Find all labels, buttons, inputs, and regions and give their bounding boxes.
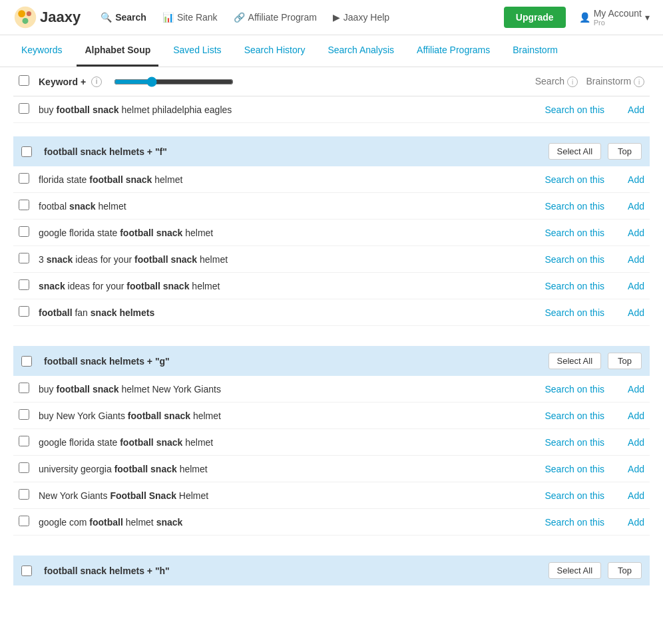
- search-link[interactable]: Search on this: [525, 517, 604, 528]
- search-link[interactable]: Search on this: [525, 384, 604, 395]
- keyword-text: footbal snack helmet: [39, 201, 525, 212]
- section-h-select-all[interactable]: Select All: [549, 562, 601, 579]
- top-row-search-link[interactable]: Search on this: [525, 104, 604, 115]
- add-link[interactable]: Add: [604, 174, 644, 185]
- search-link[interactable]: Search on this: [525, 464, 604, 474]
- header-checkbox[interactable]: [19, 75, 29, 86]
- search-column-header: Search i: [498, 76, 578, 88]
- top-keyword-text: buy football snack helmet philadelphia e…: [39, 104, 525, 115]
- search-link[interactable]: Search on this: [525, 307, 604, 318]
- keyword-label: Keyword +: [39, 77, 86, 87]
- search-link[interactable]: Search on this: [525, 201, 604, 212]
- play-icon: ▶: [333, 12, 340, 23]
- tab-search-analysis[interactable]: Search Analysis: [320, 35, 402, 67]
- search-label: Search: [535, 76, 564, 86]
- table-row: google com football helmet snack Search …: [13, 509, 650, 536]
- brainstorm-label: Brainstorm: [586, 76, 631, 86]
- brainstorm-column-header: Brainstorm i: [578, 76, 644, 88]
- row-checkbox[interactable]: [19, 253, 29, 263]
- row-checkbox[interactable]: [19, 409, 29, 420]
- top-row-add-link[interactable]: Add: [604, 104, 644, 115]
- search-link[interactable]: Search on this: [525, 437, 604, 448]
- nav-jaaxy-help[interactable]: ▶ Jaaxy Help: [333, 12, 389, 23]
- table-row: footbal snack helmet Search on this Add: [13, 193, 650, 220]
- row-checkbox[interactable]: [19, 103, 29, 114]
- chevron-down-icon: ▾: [645, 12, 650, 23]
- add-link[interactable]: Add: [604, 201, 644, 212]
- share-icon: 🔗: [234, 12, 245, 23]
- search-icon: 🔍: [101, 12, 112, 23]
- table-row: florida state football snack helmet Sear…: [13, 166, 650, 193]
- nav-site-rank[interactable]: 📊 Site Rank: [162, 12, 218, 23]
- keyword-text: football fan snack helmets: [39, 307, 525, 318]
- nav-site-rank-label: Site Rank: [177, 12, 218, 23]
- svg-point-3: [23, 18, 29, 24]
- section-g-select-all[interactable]: Select All: [549, 353, 601, 369]
- row-checkbox[interactable]: [19, 383, 29, 393]
- nav-help-label: Jaaxy Help: [343, 12, 389, 23]
- table-row: buy football snack helmet New York Giant…: [13, 376, 650, 402]
- search-link[interactable]: Search on this: [525, 410, 604, 421]
- add-link[interactable]: Add: [604, 490, 644, 501]
- tab-search-history[interactable]: Search History: [236, 35, 314, 67]
- search-link[interactable]: Search on this: [525, 281, 604, 291]
- section-f-top[interactable]: Top: [608, 143, 642, 160]
- logo-icon: [13, 5, 37, 29]
- section-f-select-all[interactable]: Select All: [549, 143, 601, 160]
- add-link[interactable]: Add: [604, 281, 644, 291]
- tab-affiliate-programs[interactable]: Affiliate Programs: [409, 35, 498, 67]
- section-g-checkbox[interactable]: [21, 356, 32, 367]
- search-link[interactable]: Search on this: [525, 174, 604, 185]
- keyword-text: google florida state football snack helm…: [39, 437, 525, 448]
- add-link[interactable]: Add: [604, 307, 644, 318]
- nav-affiliate-program[interactable]: 🔗 Affiliate Program: [234, 12, 317, 23]
- search-info-icon[interactable]: i: [567, 77, 578, 87]
- keyword-info-icon[interactable]: i: [91, 77, 102, 87]
- logo-text: Jaaxy: [40, 9, 81, 26]
- brainstorm-info-icon[interactable]: i: [634, 77, 644, 87]
- account-icon: 👤: [579, 12, 590, 23]
- svg-point-0: [15, 7, 36, 28]
- row-checkbox[interactable]: [19, 200, 29, 210]
- row-checkbox[interactable]: [19, 226, 29, 237]
- search-link[interactable]: Search on this: [525, 228, 604, 238]
- section-f-checkbox[interactable]: [21, 146, 32, 157]
- table-row: university georgia football snack helmet…: [13, 456, 650, 482]
- section-h-checkbox[interactable]: [21, 565, 32, 576]
- search-link[interactable]: Search on this: [525, 254, 604, 265]
- keyword-slider[interactable]: [114, 77, 234, 87]
- row-checkbox[interactable]: [19, 279, 29, 290]
- keyword-text: snack ideas for your football snack helm…: [39, 281, 525, 291]
- keyword-text: google florida state football snack helm…: [39, 228, 525, 238]
- row-checkbox[interactable]: [19, 436, 29, 446]
- section-g-header: football snack helmets + "g" Select All …: [13, 346, 650, 376]
- section-h-top[interactable]: Top: [608, 562, 642, 579]
- svg-point-1: [18, 10, 25, 17]
- row-checkbox[interactable]: [19, 306, 29, 317]
- row-checkbox[interactable]: [19, 462, 29, 473]
- add-link[interactable]: Add: [604, 384, 644, 395]
- tab-brainstorm[interactable]: Brainstorm: [505, 35, 566, 67]
- section-g-title: football snack helmets + "g": [44, 356, 542, 367]
- nav-affiliate-label: Affiliate Program: [248, 12, 317, 23]
- add-link[interactable]: Add: [604, 437, 644, 448]
- add-link[interactable]: Add: [604, 517, 644, 528]
- row-checkbox[interactable]: [19, 489, 29, 500]
- tab-bar: Keywords Alphabet Soup Saved Lists Searc…: [0, 35, 663, 67]
- row-checkbox[interactable]: [19, 516, 29, 526]
- my-account[interactable]: 👤 My Account Pro ▾: [579, 8, 650, 27]
- add-link[interactable]: Add: [604, 410, 644, 421]
- tab-alphabet-soup[interactable]: Alphabet Soup: [77, 35, 158, 67]
- nav-search[interactable]: 🔍 Search: [101, 12, 146, 23]
- account-label: My Account: [594, 8, 642, 19]
- search-link[interactable]: Search on this: [525, 490, 604, 501]
- upgrade-button[interactable]: Upgrade: [504, 7, 566, 28]
- add-link[interactable]: Add: [604, 464, 644, 474]
- row-checkbox[interactable]: [19, 173, 29, 184]
- add-link[interactable]: Add: [604, 254, 644, 265]
- tab-saved-lists[interactable]: Saved Lists: [165, 35, 229, 67]
- bar-chart-icon: 📊: [162, 12, 174, 23]
- section-g-top[interactable]: Top: [608, 353, 642, 369]
- add-link[interactable]: Add: [604, 228, 644, 238]
- tab-keywords[interactable]: Keywords: [13, 35, 70, 67]
